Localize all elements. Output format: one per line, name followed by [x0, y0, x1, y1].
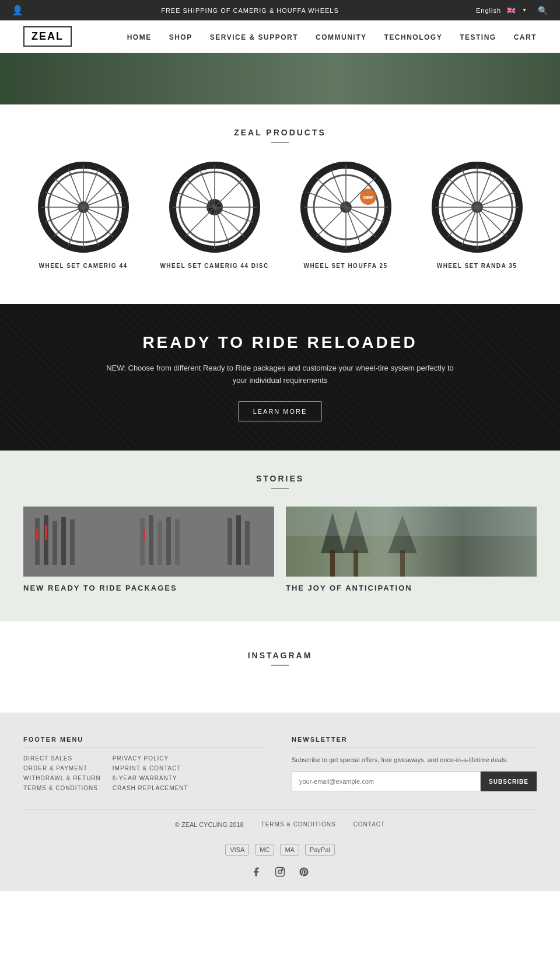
rtb-description: NEW: Choose from different Ready to Ride…: [105, 362, 455, 387]
svg-line-12: [54, 207, 83, 237]
svg-rect-95: [330, 550, 335, 577]
nav-item-shop[interactable]: SHOP: [169, 32, 192, 42]
newsletter-subscribe-button[interactable]: SUBSCRIBE: [481, 772, 537, 791]
svg-line-33: [176, 192, 215, 207]
svg-line-72: [462, 207, 477, 246]
footer-link-crash[interactable]: CRASH REPLACEMENT: [113, 785, 188, 791]
product-name-camerig44disc: WHEEL SET CAMERIG 44 DISC: [155, 263, 274, 269]
svg-rect-86: [245, 521, 250, 565]
svg-rect-75: [44, 515, 48, 565]
products-grid: WHEEL SET CAMERIG 44: [23, 160, 537, 269]
svg-rect-74: [35, 518, 40, 565]
svg-rect-84: [228, 518, 232, 565]
svg-line-68: [477, 207, 492, 246]
svg-rect-97: [400, 550, 405, 577]
rtb-content: READY TO RIDE RELOADED NEW: Choose from …: [105, 333, 455, 421]
header: ZEAL HOME SHOP SERVICE & SUPPORT COMMUNI…: [0, 20, 560, 53]
svg-rect-98: [286, 507, 537, 536]
nav-item-technology[interactable]: TECHNOLOGY: [384, 32, 442, 42]
story-card-joy[interactable]: THE JOY OF ANTICIPATION: [286, 507, 537, 592]
footer-link-order-payment[interactable]: ORDER & PAYMENT: [23, 765, 101, 772]
footer-links: DIRECT SALES ORDER & PAYMENT WITHDRAWL &…: [23, 755, 268, 791]
products-section-title: ZEAL PRODUCTS: [23, 128, 537, 137]
footer-menu: FOOTER MENU DIRECT SALES ORDER & PAYMENT…: [23, 736, 268, 792]
nav-item-cart[interactable]: CART: [514, 32, 537, 42]
footer-link-direct-sales[interactable]: DIRECT SALES: [23, 755, 101, 762]
product-wheel-camerig44: [37, 160, 130, 254]
svg-text:NEW: NEW: [363, 196, 373, 200]
svg-line-61: [447, 177, 477, 207]
svg-line-19: [83, 169, 99, 207]
nav-item-home[interactable]: HOME: [127, 32, 152, 42]
footer-menu-title: FOOTER MENU: [23, 736, 268, 748]
footer-link-privacy[interactable]: PRIVACY POLICY: [113, 755, 188, 762]
footer-newsletter: NEWSLETTER Subscribe to get special offe…: [292, 736, 537, 792]
product-wheel-camerig44disc: [168, 160, 261, 254]
section-divider: [271, 142, 289, 143]
svg-line-45: [346, 207, 376, 237]
rtb-learn-more-button[interactable]: LEARN MORE: [239, 402, 322, 421]
svg-rect-1: [0, 53, 560, 104]
stories-grid: NEW READY TO RIDE PACKAGES: [23, 507, 537, 592]
nav-item-service[interactable]: SERVICE & SUPPORT: [210, 32, 298, 42]
instagram-icon[interactable]: [272, 864, 288, 879]
hero-banner: [0, 53, 560, 104]
svg-line-14: [83, 207, 122, 222]
search-icon[interactable]: 🔍: [538, 6, 548, 15]
nav-item-community[interactable]: COMMUNITY: [316, 32, 367, 42]
pinterest-icon[interactable]: [296, 864, 312, 879]
social-icons: [23, 864, 537, 879]
main-nav: HOME SHOP SERVICE & SUPPORT COMMUNITY TE…: [127, 32, 537, 42]
language-selector[interactable]: English: [476, 7, 501, 14]
svg-line-47: [316, 207, 346, 237]
footer-link-warranty[interactable]: 6-YEAR WARRANTY: [113, 775, 188, 781]
svg-line-69: [477, 192, 516, 207]
story-card-rtr[interactable]: NEW READY TO RIDE PACKAGES: [23, 507, 274, 592]
newsletter-email-input[interactable]: [292, 772, 481, 791]
footer-top: FOOTER MENU DIRECT SALES ORDER & PAYMENT…: [23, 736, 537, 792]
logo[interactable]: ZEAL: [23, 26, 72, 47]
announcement-text: FREE SHIPPING OF CAMERIG & HOUFFA WHEELS: [24, 7, 476, 14]
payment-mastercard: MC: [255, 844, 274, 856]
top-bar: 👤 FREE SHIPPING OF CAMERIG & HOUFFA WHEE…: [0, 0, 560, 20]
svg-line-65: [439, 192, 477, 207]
svg-line-15: [68, 169, 83, 207]
svg-line-13: [45, 192, 83, 207]
svg-line-63: [477, 177, 507, 207]
chevron-down-icon: ▼: [522, 8, 527, 13]
footer-bottom: © ZEAL CYCLING 2018 TERMS & CONDITIONS C…: [23, 809, 537, 879]
facebook-icon[interactable]: [249, 864, 264, 879]
footer-link-withdrawl[interactable]: WITHDRAWL & RETURN: [23, 775, 101, 781]
newsletter-description: Subscribe to get special offers, free gi…: [292, 755, 537, 765]
svg-rect-96: [354, 550, 358, 577]
product-card-camerig44[interactable]: WHEEL SET CAMERIG 44: [23, 160, 143, 269]
payment-maestro: MA: [280, 844, 299, 856]
footer-link-imprint[interactable]: IMPRINT & CONTACT: [113, 765, 188, 772]
svg-line-35: [200, 169, 215, 207]
payment-paypal: PayPal: [305, 844, 335, 856]
footer-copyright: © ZEAL CYCLING 2018: [175, 821, 244, 828]
product-card-houffa25[interactable]: NEW WHEEL SET HOUFFA 25: [286, 160, 405, 269]
svg-line-11: [83, 177, 113, 207]
footer-bottom-links: © ZEAL CYCLING 2018 TERMS & CONDITIONS C…: [23, 821, 537, 835]
svg-rect-76: [52, 521, 57, 565]
svg-rect-87: [36, 529, 38, 540]
product-card-camerig44disc[interactable]: WHEEL SET CAMERIG 44 DISC: [155, 160, 274, 269]
svg-rect-83: [175, 519, 180, 565]
product-name-camerig44: WHEEL SET CAMERIG 44: [23, 263, 143, 269]
top-bar-user-icon[interactable]: 👤: [12, 5, 24, 16]
footer-bottom-link-contact[interactable]: CONTACT: [354, 821, 386, 835]
nav-item-testing[interactable]: TESTING: [460, 32, 496, 42]
product-card-randa35[interactable]: WHEEL SET RANDA 35: [417, 160, 537, 269]
footer-link-terms[interactable]: TERMS & CONDITIONS: [23, 785, 101, 791]
stories-section: STORIES: [0, 451, 560, 622]
svg-line-67: [462, 169, 477, 207]
svg-line-30: [215, 207, 244, 237]
svg-line-17: [83, 192, 122, 207]
svg-rect-80: [149, 515, 153, 565]
footer-newsletter-title: NEWSLETTER: [292, 736, 537, 748]
flag-icon: 🇬🇧: [507, 6, 516, 15]
footer-bottom-link-terms[interactable]: TERMS & CONDITIONS: [261, 821, 336, 835]
svg-point-101: [282, 869, 283, 870]
stories-divider: [271, 488, 289, 489]
